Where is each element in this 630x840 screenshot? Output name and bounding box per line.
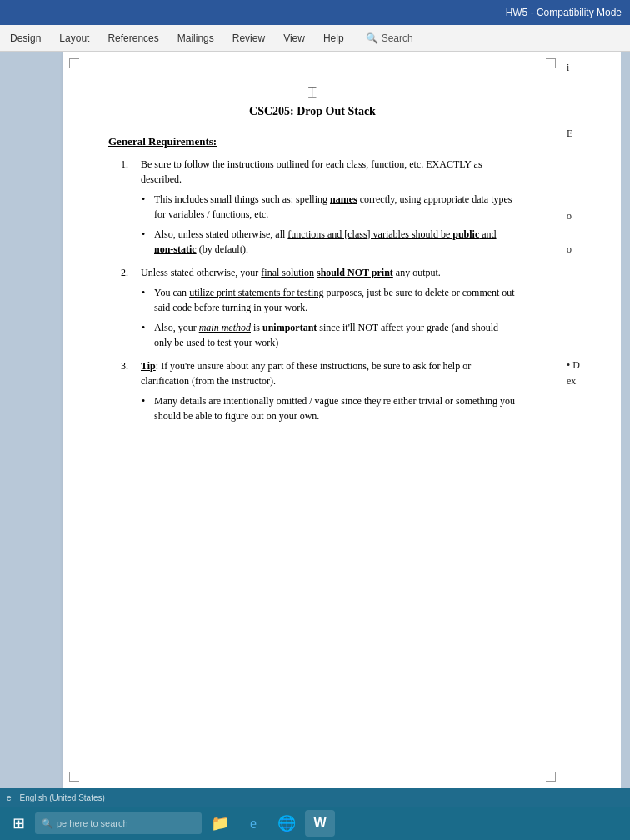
- search-icon: 🔍: [42, 818, 53, 829]
- document-title: CSC205: Drop Out Stack: [108, 105, 517, 118]
- bullet-list-3: • Many details are intentionally omitted…: [138, 393, 517, 423]
- item-number-1: 1.: [121, 157, 136, 187]
- item-number-3: 3.: [121, 358, 136, 388]
- menu-help[interactable]: Help: [320, 31, 348, 46]
- menu-layout[interactable]: Layout: [56, 31, 92, 46]
- item-1-text: Be sure to follow the instructions outli…: [141, 157, 517, 187]
- item-number-2: 2.: [121, 265, 136, 280]
- page-indicator: e: [7, 793, 12, 802]
- main-area: ⌶ CSC205: Drop Out Stack General Require…: [0, 52, 630, 788]
- item-3-text: Tip: If you're unsure about any part of …: [141, 358, 517, 388]
- corner-bl: [69, 772, 79, 782]
- taskbar-word[interactable]: W: [305, 810, 335, 837]
- bullet-1-1-text: This includes small things such as: spel…: [154, 192, 517, 222]
- bullet-dot: •: [138, 192, 149, 222]
- menu-view[interactable]: View: [280, 31, 308, 46]
- menu-references[interactable]: References: [104, 31, 162, 46]
- taskbar-file-explorer[interactable]: 📁: [205, 810, 235, 837]
- numbered-list: 1. Be sure to follow the instructions ou…: [121, 157, 517, 423]
- right-panel-content: i E o o • D ex: [562, 52, 621, 788]
- bullet-1-2-text: Also, unless stated otherwise, all funct…: [154, 227, 517, 257]
- list-item: • Also, unless stated otherwise, all fun…: [138, 227, 517, 257]
- list-item-1: 1. Be sure to follow the instructions ou…: [121, 157, 517, 257]
- bullet-dot: •: [138, 320, 149, 350]
- search-label: Search: [382, 32, 413, 44]
- search-icon: 🔍: [366, 32, 378, 44]
- list-item: • This includes small things such as: sp…: [138, 192, 517, 222]
- list-item: • You can utilize print statements for t…: [138, 285, 517, 315]
- bullet-dot: •: [138, 393, 149, 423]
- menu-bar: Design Layout References Mailings Review…: [0, 25, 630, 52]
- language-indicator: English (United States): [20, 793, 105, 802]
- document-page[interactable]: ⌶ CSC205: Drop Out Stack General Require…: [62, 52, 562, 788]
- left-margin: [0, 52, 62, 788]
- bullet-list-2: • You can utilize print statements for t…: [138, 285, 517, 350]
- text-cursor-indicator: ⌶: [308, 85, 317, 99]
- title-text: HW5 - Compatibility Mode: [506, 7, 622, 18]
- menu-review[interactable]: Review: [229, 31, 268, 46]
- right-panel-text: i E o o • D ex: [567, 60, 617, 389]
- right-panel: i E o o • D ex: [562, 52, 630, 788]
- bullet-2-2-text: Also, your main method is unimportant si…: [154, 320, 517, 350]
- taskbar: ⊞ 🔍 pe here to search 📁 e 🌐 W: [0, 807, 630, 840]
- bullet-dot: •: [138, 285, 149, 315]
- title-bar: HW5 - Compatibility Mode: [0, 0, 630, 25]
- taskbar-chrome[interactable]: 🌐: [272, 810, 302, 837]
- bullet-list-1: • This includes small things such as: sp…: [138, 192, 517, 257]
- list-item-3: 3. Tip: If you're unsure about any part …: [121, 358, 517, 423]
- status-bar: e English (United States): [0, 788, 630, 807]
- taskbar-search-text: pe here to search: [57, 818, 128, 828]
- bullet-dot: •: [138, 227, 149, 257]
- bullet-2-1-text: You can utilize print statements for tes…: [154, 285, 517, 315]
- list-item-2: 2. Unless stated otherwise, your final s…: [121, 265, 517, 350]
- menu-design[interactable]: Design: [7, 31, 44, 46]
- start-button[interactable]: ⊞: [5, 810, 32, 837]
- item-2-text: Unless stated otherwise, your final solu…: [141, 265, 441, 280]
- corner-tl: [69, 58, 79, 68]
- search-box[interactable]: 🔍 Search: [366, 32, 413, 44]
- menu-mailings[interactable]: Mailings: [174, 31, 218, 46]
- corner-tr: [546, 58, 556, 68]
- list-item: • Also, your main method is unimportant …: [138, 320, 517, 350]
- list-item: • Many details are intentionally omitted…: [138, 393, 517, 423]
- corner-br: [546, 772, 556, 782]
- taskbar-browser-edge[interactable]: e: [238, 810, 268, 837]
- section-heading: General Requirements:: [108, 135, 517, 148]
- bullet-3-1-text: Many details are intentionally omitted /…: [154, 393, 517, 423]
- taskbar-search[interactable]: 🔍 pe here to search: [35, 812, 202, 834]
